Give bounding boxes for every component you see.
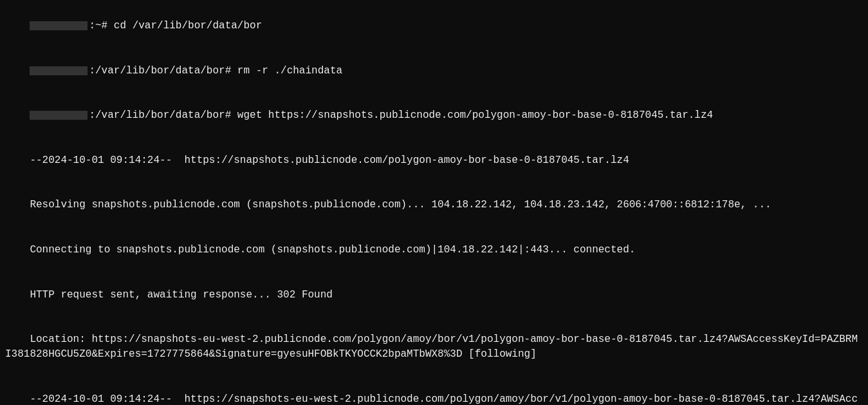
output-text: Connecting to snapshots.publicnode.com (… <box>30 244 635 256</box>
terminal-line: :/var/lib/bor/data/bor# wget https://sna… <box>5 93 863 138</box>
redacted-hostname <box>30 111 88 120</box>
terminal-window: :~# cd /var/lib/bor/data/bor :/var/lib/b… <box>0 0 868 405</box>
terminal-line: :~# cd /var/lib/bor/data/bor <box>5 4 863 49</box>
terminal-output-line: --2024-10-01 09:14:24-- https://snapshot… <box>5 377 863 405</box>
redacted-hostname <box>30 66 88 75</box>
command-text: rm -r ./chaindata <box>231 65 342 77</box>
terminal-output-line: Location: https://snapshots-eu-west-2.pu… <box>5 317 863 377</box>
terminal-output-line: HTTP request sent, awaiting response... … <box>5 272 863 317</box>
terminal-output-line: Connecting to snapshots.publicnode.com (… <box>5 228 863 273</box>
output-text: HTTP request sent, awaiting response... … <box>30 289 332 301</box>
command-text: wget https://snapshots.publicnode.com/po… <box>231 109 713 121</box>
output-text: Location: https://snapshots-eu-west-2.pu… <box>5 334 858 360</box>
prompt-path: :/var/lib/bor/data/bor# <box>89 65 231 77</box>
prompt-path: :~# <box>89 20 107 32</box>
terminal-output-line: Resolving snapshots.publicnode.com (snap… <box>5 183 863 228</box>
terminal-output-line: --2024-10-01 09:14:24-- https://snapshot… <box>5 138 863 184</box>
output-text: --2024-10-01 09:14:24-- https://snapshot… <box>30 155 629 166</box>
output-text: --2024-10-01 09:14:24-- https://snapshot… <box>5 393 858 405</box>
command-text: cd /var/lib/bor/data/bor <box>107 20 262 32</box>
output-text: Resolving snapshots.publicnode.com (snap… <box>30 199 771 211</box>
prompt-path: :/var/lib/bor/data/bor# <box>89 109 231 121</box>
terminal-line: :/var/lib/bor/data/bor# rm -r ./chaindat… <box>5 49 863 94</box>
redacted-hostname <box>30 21 88 30</box>
